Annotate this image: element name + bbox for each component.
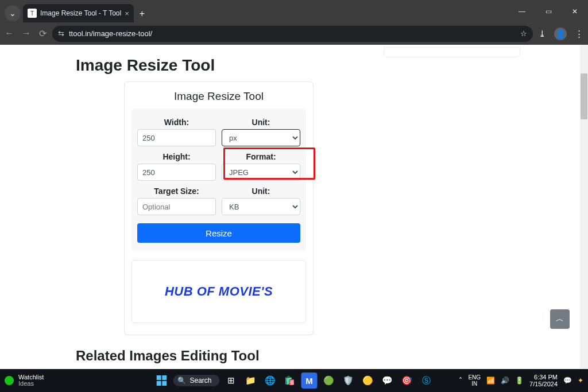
language-indicator[interactable]: ENG IN — [468, 374, 481, 387]
sidebar-card — [384, 47, 520, 57]
address-bar[interactable]: ⇆ ttool.in/image-resize-tool/ ☆ — [52, 26, 533, 42]
volume-icon[interactable]: 🔊 — [501, 377, 509, 385]
app-icon-1[interactable]: M — [301, 372, 318, 389]
width-input[interactable] — [137, 129, 216, 146]
widget-icon — [5, 376, 14, 385]
search-label: Search — [189, 377, 211, 385]
height-input[interactable] — [137, 164, 216, 181]
taskbar-clock[interactable]: 6:34 PM 7/15/2024 — [529, 374, 558, 387]
chevron-down-icon: ⌄ — [9, 9, 16, 18]
chevron-up-icon: ︿ — [556, 314, 564, 324]
explorer-icon[interactable]: 📁 — [243, 372, 259, 389]
back-button[interactable]: ← — [5, 28, 14, 39]
browser-toolbar: ← → ⟳ ⇆ ttool.in/image-resize-tool/ ☆ ⤓ … — [0, 22, 588, 45]
card-title: Image Resize Tool — [125, 90, 313, 103]
height-label: Height: — [137, 152, 216, 161]
favicon-icon: T — [28, 9, 37, 18]
taskbar-system-tray: ˄ ENG IN 📶 🔊 🔋 6:34 PM 7/15/2024 💬 ✦ — [459, 374, 588, 387]
search-icon: 🔍 — [177, 377, 186, 385]
app-icon-3[interactable]: 🟡 — [360, 372, 376, 389]
ad-banner[interactable]: HUB OF MOVIE'S — [131, 260, 306, 323]
unit2-label: Unit: — [222, 187, 300, 196]
browser-titlebar: ⌄ T Image Resize Tool - T Tool × + — ▭ ✕ — [0, 0, 588, 22]
wifi-icon[interactable]: 📶 — [486, 377, 495, 385]
content-column: Image Resize Tool Image Resize Tool Widt… — [75, 56, 373, 364]
notifications-icon[interactable]: 💬 — [563, 377, 572, 385]
windows-taskbar: Watchlist Ideas 🔍 Search ⊞ 📁 🌐 🛍️ M 🟢 🛡️… — [0, 369, 588, 392]
resize-button[interactable]: Resize — [137, 223, 300, 243]
taskbar-search[interactable]: 🔍 Search — [173, 375, 219, 386]
window-controls: — ▭ ✕ — [509, 0, 588, 22]
reload-button[interactable]: ⟳ — [39, 28, 47, 39]
target-size-label: Target Size: — [137, 187, 216, 196]
bookmark-star-icon[interactable]: ☆ — [520, 29, 527, 38]
app-icon-2[interactable]: 🛡️ — [341, 372, 357, 389]
url-text: ttool.in/image-resize-tool/ — [69, 29, 152, 38]
minimize-button[interactable]: — — [509, 0, 535, 22]
clock-time: 6:34 PM — [534, 374, 558, 381]
scroll-to-top-button[interactable]: ︿ — [550, 309, 570, 329]
chrome-icon[interactable]: 🟢 — [321, 372, 337, 389]
forward-button[interactable]: → — [22, 28, 31, 39]
copilot-icon[interactable]: ✦ — [578, 377, 583, 385]
page-viewport: Image Resize Tool Image Resize Tool Widt… — [0, 45, 588, 369]
svg-rect-3 — [162, 381, 167, 386]
site-info-icon[interactable]: ⇆ — [58, 29, 64, 38]
svg-rect-0 — [156, 375, 161, 380]
format-select[interactable]: JPEG — [222, 164, 300, 181]
clock-date: 7/15/2024 — [529, 381, 558, 387]
downloads-icon[interactable]: ⤓ — [539, 29, 546, 39]
unit2-select[interactable]: KB — [222, 198, 300, 215]
unit1-label: Unit: — [222, 118, 300, 127]
profile-avatar[interactable]: 👤 — [554, 28, 567, 40]
format-label: Format: — [222, 152, 300, 161]
battery-icon[interactable]: 🔋 — [515, 377, 524, 385]
skype-icon[interactable]: Ⓢ — [419, 372, 435, 389]
close-window-button[interactable]: ✕ — [562, 0, 588, 22]
new-tab-button[interactable]: + — [140, 9, 145, 19]
tab-title: Image Resize Tool - T Tool — [40, 9, 121, 17]
ad-text: HUB OF MOVIE'S — [165, 284, 273, 299]
taskbar-widgets[interactable]: Watchlist Ideas — [0, 374, 44, 387]
task-view-button[interactable]: ⊞ — [223, 372, 239, 389]
widget-sub: Ideas — [18, 381, 44, 387]
whatsapp-icon[interactable]: 💬 — [380, 372, 396, 389]
page-title: Image Resize Tool — [76, 56, 373, 75]
unit1-select[interactable]: px — [222, 129, 300, 146]
browser-tab[interactable]: T Image Resize Tool - T Tool × — [23, 4, 134, 22]
close-tab-button[interactable]: × — [125, 9, 129, 18]
tab-search-button[interactable]: ⌄ — [5, 5, 21, 21]
app-icon-4[interactable]: 🎯 — [399, 372, 415, 389]
browser-menu-icon[interactable]: ⋮ — [575, 29, 583, 39]
target-size-input[interactable] — [137, 198, 216, 215]
edge-icon[interactable]: 🌐 — [262, 372, 278, 389]
start-button[interactable] — [153, 372, 169, 389]
store-icon[interactable]: 🛍️ — [282, 372, 298, 389]
resize-form: Width: Unit: px Height: — [131, 108, 306, 251]
taskbar-center: 🔍 Search ⊞ 📁 🌐 🛍️ M 🟢 🛡️ 🟡 💬 🎯 Ⓢ — [153, 372, 434, 389]
tool-card: Image Resize Tool Width: Unit: px — [124, 81, 314, 335]
maximize-button[interactable]: ▭ — [535, 0, 562, 22]
related-heading: Related Images Editing Tool — [76, 348, 373, 364]
svg-rect-2 — [156, 381, 161, 386]
tray-overflow-icon[interactable]: ˄ — [459, 377, 462, 385]
scrollbar-thumb[interactable] — [581, 73, 587, 119]
page-scrollbar[interactable] — [580, 45, 588, 369]
svg-rect-1 — [162, 375, 167, 380]
width-label: Width: — [137, 118, 216, 127]
